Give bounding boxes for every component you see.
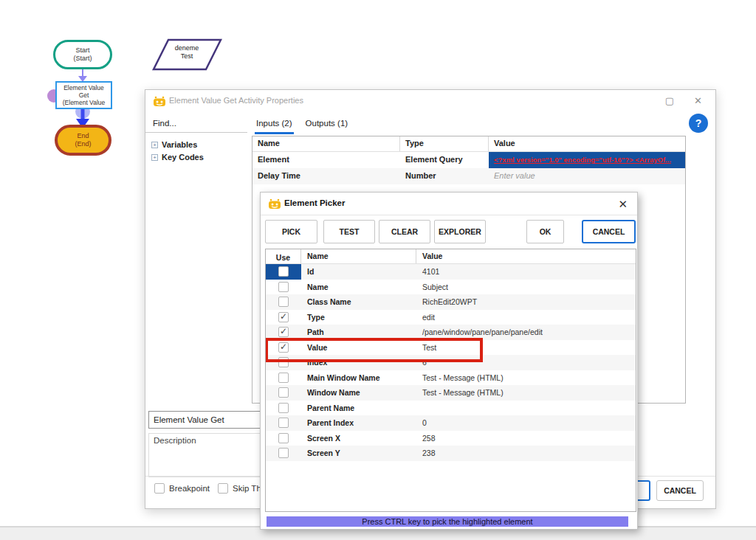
use-checkbox[interactable]: [278, 312, 289, 322]
use-cell: [266, 433, 301, 443]
start-node-subtitle: (Start): [73, 55, 92, 63]
use-checkbox[interactable]: [278, 266, 289, 277]
pick-button[interactable]: PICK: [265, 220, 317, 243]
skip-checkbox[interactable]: [218, 483, 228, 494]
use-checkbox[interactable]: [278, 448, 289, 458]
use-checkbox[interactable]: [278, 403, 289, 413]
picker-attributes-table: Use Name Value Id 4101 Name Subject Clas…: [265, 249, 636, 512]
picker-table-header: Use Name Value: [266, 249, 636, 264]
picker-dialog-title: Element Picker: [284, 198, 345, 207]
description-input[interactable]: Description: [148, 433, 272, 477]
attribute-name: Class Name: [301, 297, 416, 306]
robot-icon: [153, 96, 166, 107]
attribute-value: edit: [416, 313, 636, 322]
cancel-button[interactable]: CANCEL: [656, 480, 704, 501]
activity-node-line3: (Element Value: [63, 99, 105, 106]
use-cell: [266, 448, 301, 458]
robot-icon: [268, 198, 281, 210]
end-node-subtitle: (End): [75, 140, 91, 148]
attribute-name: Window Name: [301, 388, 416, 397]
attribute-value: 258: [416, 434, 636, 443]
picker-header-use: Use: [266, 249, 301, 263]
flow-node-deneme-test[interactable]: deneme Test: [151, 38, 222, 71]
element-row-name: Element: [252, 152, 400, 168]
use-checkbox[interactable]: [278, 373, 289, 383]
use-checkbox[interactable]: [278, 282, 289, 292]
tree-label-key-codes: Key Codes: [162, 153, 204, 162]
table-row[interactable]: Element Element Query <?xml version="1.0…: [252, 152, 685, 168]
use-cell: [266, 373, 301, 383]
tree-item-key-codes[interactable]: + Key Codes: [151, 151, 247, 163]
use-checkbox[interactable]: [278, 357, 289, 367]
status-banner: Press CTRL key to pick the highlighted e…: [267, 516, 628, 527]
attribute-value: 6: [416, 358, 636, 367]
inputs-header-name: Name: [252, 136, 400, 151]
picker-table-row[interactable]: Parent Index 0: [266, 415, 636, 431]
attribute-value: Test - Message (HTML): [416, 388, 636, 397]
use-checkbox[interactable]: [278, 327, 289, 337]
close-icon[interactable]: ✕: [694, 95, 702, 106]
titlebar-separator: [261, 215, 637, 215]
explorer-button[interactable]: EXPLORER: [434, 220, 486, 243]
flow-node-element-value-get[interactable]: Element Value Get (Element Value: [55, 81, 112, 109]
maximize-icon[interactable]: ▢: [665, 95, 674, 106]
find-input[interactable]: Find...: [145, 117, 247, 133]
picker-table-row[interactable]: Index 6: [266, 355, 636, 370]
expand-plus-icon[interactable]: +: [151, 142, 158, 148]
picker-table-row[interactable]: Path /pane/window/pane/pane/pane/edit: [266, 325, 636, 340]
tree-label-variables: Variables: [162, 140, 197, 149]
picker-table-row[interactable]: Screen X 258: [266, 431, 636, 446]
tab-outputs[interactable]: Outputs (1): [304, 117, 350, 134]
inputs-table-header: Name Type Value: [252, 136, 685, 152]
test-button[interactable]: TEST: [323, 220, 375, 243]
use-cell: [266, 327, 301, 337]
breakpoint-checkbox-row[interactable]: Breakpoint: [154, 483, 210, 494]
tree-item-variables[interactable]: + Variables: [151, 139, 247, 150]
element-picker-dialog: Element Picker ✕ PICK TEST CLEAR EXPLORE…: [260, 192, 638, 530]
use-cell: [266, 297, 301, 307]
picker-table-row[interactable]: Type edit: [266, 310, 636, 325]
activity-name-input[interactable]: [148, 411, 272, 429]
picker-table-row[interactable]: Parent Name: [266, 401, 636, 416]
picker-table-row[interactable]: Id 4101: [266, 264, 636, 280]
use-checkbox[interactable]: [278, 433, 289, 443]
attribute-name: Screen Y: [301, 449, 416, 457]
breakpoint-checkbox[interactable]: [154, 483, 165, 494]
picker-cancel-button[interactable]: CANCEL: [582, 220, 636, 243]
close-icon[interactable]: ✕: [618, 198, 628, 211]
attribute-name: Path: [301, 328, 416, 336]
element-row-value[interactable]: <?xml version="1.0" encoding="utf-16"?> …: [489, 152, 685, 168]
picker-table-row[interactable]: Main Window Name Test - Message (HTML): [266, 370, 636, 386]
picker-table-row[interactable]: Window Name Test - Message (HTML): [266, 385, 636, 401]
table-row[interactable]: Delay Time Number Enter value: [252, 168, 685, 184]
expand-plus-icon[interactable]: +: [151, 154, 158, 161]
use-checkbox[interactable]: [278, 387, 289, 398]
use-checkbox[interactable]: [278, 342, 289, 353]
use-checkbox[interactable]: [278, 418, 289, 428]
tab-inputs[interactable]: Inputs (2): [255, 117, 294, 134]
attribute-value: Test: [416, 343, 636, 352]
picker-table-row[interactable]: Screen Y 238: [266, 446, 636, 461]
flow-node-start[interactable]: Start (Start): [53, 40, 112, 69]
picker-ok-button[interactable]: OK: [526, 220, 564, 243]
picker-header-name: Name: [301, 249, 416, 263]
picker-table-row[interactable]: Value Test: [266, 340, 636, 356]
use-checkbox[interactable]: [278, 297, 289, 307]
help-icon[interactable]: ?: [689, 114, 708, 133]
flow-node-end[interactable]: End (End): [55, 125, 111, 156]
delay-row-value-input[interactable]: Enter value: [489, 168, 685, 184]
attribute-name: Value: [301, 343, 416, 352]
skip-checkbox-row[interactable]: Skip Th: [218, 483, 261, 494]
picker-table-body: Id 4101 Name Subject Class Name RichEdit…: [266, 264, 636, 461]
picker-titlebar: Element Picker ✕: [261, 193, 637, 215]
attribute-name: Type: [301, 313, 416, 322]
picker-table-row[interactable]: Name Subject: [266, 280, 636, 295]
end-node-title: End: [77, 132, 89, 140]
io-node-line2: Test: [151, 52, 222, 60]
picker-table-row[interactable]: Class Name RichEdit20WPT: [266, 294, 636, 310]
breakpoint-label: Breakpoint: [169, 484, 210, 493]
clear-button[interactable]: CLEAR: [379, 220, 430, 243]
io-node-line1: deneme: [151, 44, 222, 52]
attribute-name: Index: [301, 358, 416, 367]
attribute-value: 238: [416, 449, 636, 457]
